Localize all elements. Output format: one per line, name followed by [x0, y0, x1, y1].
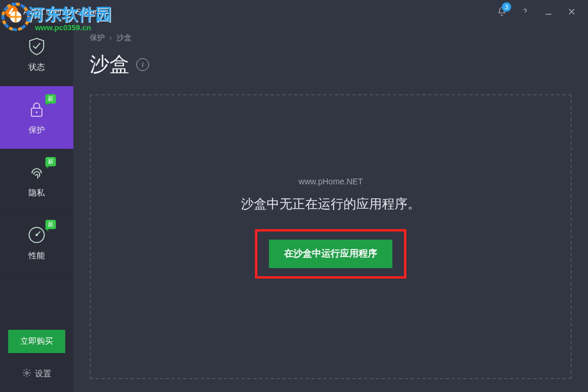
new-badge: 新	[45, 220, 56, 229]
svg-point-5	[36, 234, 38, 236]
gear-icon	[22, 368, 31, 379]
help-button[interactable]	[513, 0, 537, 23]
svg-point-3	[36, 111, 38, 113]
empty-state-message: 沙盒中无正在运行的应用程序。	[241, 195, 420, 213]
avast-logo-icon	[5, 5, 19, 19]
settings-label: 设置	[35, 369, 51, 379]
titlebar: Avast Internet Security 3	[0, 0, 588, 23]
breadcrumb-current: 沙盒	[116, 33, 132, 42]
page-title: 沙盒	[90, 51, 129, 78]
sidebar-item-label: 状态	[29, 62, 45, 73]
sidebar-item-status[interactable]: 状态	[0, 23, 73, 86]
sidebar-item-label: 隐私	[29, 188, 45, 198]
main-content: 保护 › 沙盒 沙盒 i www.pHome.NET 沙盒中无正在运行的应用程序…	[73, 23, 588, 392]
new-badge: 新	[45, 94, 56, 104]
sidebar-item-label: 保护	[29, 125, 45, 136]
sidebar: 状态 新 保护 新 隐私 新 性能	[0, 23, 73, 392]
app-title: Avast Internet Security	[23, 7, 105, 16]
sidebar-item-privacy[interactable]: 新 隐私	[0, 149, 73, 212]
breadcrumb: 保护 › 沙盒	[90, 33, 572, 43]
svg-point-1	[12, 12, 15, 15]
sidebar-item-label: 性能	[29, 251, 45, 261]
breadcrumb-parent[interactable]: 保护	[90, 33, 105, 42]
shield-icon	[27, 37, 47, 56]
highlight-box: 在沙盒中运行应用程序	[255, 229, 406, 279]
notifications-button[interactable]: 3	[490, 0, 513, 23]
svg-point-6	[26, 372, 28, 374]
minimize-button[interactable]	[537, 0, 560, 23]
run-in-sandbox-button[interactable]: 在沙盒中运行应用程序	[269, 240, 392, 268]
lock-icon	[27, 99, 47, 119]
close-button[interactable]	[560, 0, 583, 23]
settings-link[interactable]: 设置	[8, 368, 65, 379]
gauge-icon	[27, 225, 47, 245]
new-badge: 新	[45, 157, 56, 166]
sidebar-item-performance[interactable]: 新 性能	[0, 212, 73, 275]
fingerprint-icon	[27, 162, 47, 182]
buy-now-button[interactable]: 立即购买	[8, 330, 65, 353]
notification-count-badge: 3	[502, 2, 511, 12]
sandbox-drop-zone[interactable]: www.pHome.NET 沙盒中无正在运行的应用程序。 在沙盒中运行应用程序	[90, 94, 572, 379]
watermark-text: www.pHome.NET	[299, 177, 363, 186]
chevron-right-icon: ›	[109, 33, 112, 42]
info-icon[interactable]: i	[136, 58, 149, 71]
sidebar-item-protection[interactable]: 新 保护	[0, 86, 73, 149]
